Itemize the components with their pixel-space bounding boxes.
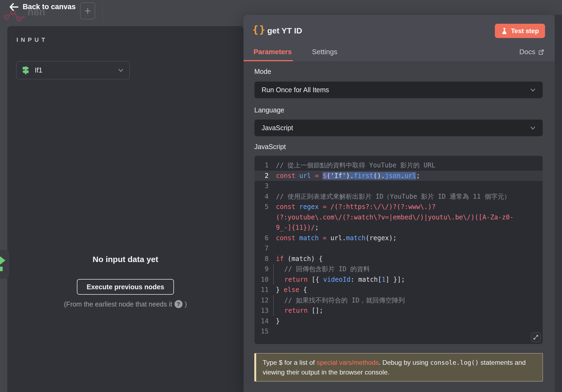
code-token: return [284, 276, 308, 283]
line-number: 1 [255, 160, 272, 171]
line-number: 10 [255, 274, 272, 285]
code-token: else [284, 286, 299, 294]
mode-dropdown-value: Run Once for All Items [262, 86, 329, 94]
code-token: url [299, 172, 311, 180]
no-input-data-title: No input data yet [7, 255, 244, 264]
code-token: ; [315, 224, 319, 231]
code-line[interactable]: 1// 從上一個節點的資料中取得 YouTube 影片的 URL [255, 160, 543, 171]
input-empty-state: No input data yet Execute previous nodes… [7, 255, 244, 308]
execute-previous-nodes-button[interactable]: Execute previous nodes [77, 279, 174, 295]
tab-parameters[interactable]: Parameters [253, 48, 292, 56]
docs-label: Docs [519, 48, 535, 56]
code-line[interactable]: (?:youtube\.com\/(?:watch\?v=|embed\/)|y… [255, 212, 543, 223]
code-line-text: // 如果找不到符合的 ID，就回傳空陣列 [272, 295, 543, 306]
back-to-canvas-label: Back to canvas [23, 3, 76, 11]
line-number: 8 [255, 254, 272, 264]
code-token: $ [323, 172, 326, 180]
code-token: videoId [323, 276, 351, 283]
line-number: 9 [255, 264, 272, 274]
code-line-text [272, 181, 543, 191]
code-line[interactable]: 12// 如果找不到符合的 ID，就回傳空陣列 [255, 295, 543, 306]
code-line[interactable]: 15 [255, 326, 543, 337]
code-line[interactable]: 14} [255, 316, 543, 326]
add-node-button[interactable]: + [80, 2, 95, 19]
code-token: // 從上一個節點的資料中取得 YouTube 影片的 URL [276, 161, 435, 169]
code-token: (regex); [365, 234, 397, 242]
plus-icon: + [84, 5, 91, 18]
code-token: /(?:https?:\/\/)?(?:www\.)? [330, 203, 436, 211]
code-line-text: const regex = /(?:https?:\/\/)?(?:www\.)… [272, 202, 543, 212]
code-line[interactable]: 8if (match) { [255, 254, 543, 264]
if-signpost-icon [21, 66, 30, 75]
hint-text-segment: . Debug by using [379, 359, 430, 366]
line-number: 14 [255, 316, 272, 326]
expand-icon [533, 334, 539, 340]
code-braces-icon: {} [252, 24, 266, 36]
code-token [319, 203, 323, 211]
language-label: Language [254, 106, 284, 114]
input-panel: INPUT If1 No input data yet Execute prev… [7, 26, 244, 392]
code-line-text: const url = $('If').first().json.url; [272, 171, 543, 181]
code-line[interactable]: 9_-]{11})/; [255, 222, 543, 233]
docs-link[interactable]: Docs [519, 48, 544, 56]
code-token: } [276, 317, 280, 325]
code-token: match [299, 234, 319, 242]
line-number: 12 [255, 295, 272, 306]
code-line-text: // 回傳包含影片 ID 的資料 [272, 264, 543, 274]
code-token: [{ [308, 276, 323, 283]
backdrop-right [555, 15, 562, 392]
code-line[interactable]: 4// 使用正則表達式來解析出影片 ID（YouTube 影片 ID 通常為 1… [255, 191, 543, 202]
node-detail-panel: {} get YT ID Test step Parameters Settin… [244, 15, 555, 392]
code-token: ('If') [327, 172, 350, 180]
back-to-canvas-button[interactable]: Back to canvas [9, 3, 76, 11]
code-line[interactable]: 2const url = $('If').first().json.url; [255, 171, 543, 181]
code-line[interactable]: 3 [255, 181, 543, 191]
input-connector-handle[interactable] [0, 250, 9, 278]
language-dropdown-value: JavaScript [262, 124, 293, 132]
chevron-down-icon [529, 86, 537, 94]
code-token [327, 203, 330, 211]
mode-label: Mode [254, 68, 271, 75]
code-token: first [354, 172, 373, 180]
code-line[interactable]: 7 [255, 243, 543, 254]
code-line[interactable]: 13return []; [255, 305, 543, 316]
code-line[interactable]: 6const match = url.match(regex); [255, 233, 543, 243]
code-token: . [400, 172, 404, 180]
hint-text: Type $ for a list of special vars/method… [263, 359, 526, 376]
line-number: 6 [255, 233, 272, 243]
code-line-text: if (match) { [272, 254, 543, 264]
code-token [311, 172, 315, 180]
editor-hint-box: Type $ for a list of special vars/method… [254, 353, 543, 381]
code-line[interactable]: 9// 回傳包含影片 ID 的資料 [255, 264, 543, 274]
code-token: 1 [382, 276, 385, 283]
code-token: : match[ [351, 276, 382, 283]
code-token: (match) { [284, 255, 323, 263]
code-token: json [385, 172, 401, 180]
code-line[interactable]: 5const regex = /(?:https?:\/\/)?(?:www\.… [255, 202, 543, 212]
question-circle-icon[interactable]: ? [174, 300, 183, 308]
special-vars-link[interactable]: special vars/methods [317, 359, 379, 366]
line-number [255, 222, 272, 233]
code-token: ; [416, 172, 420, 180]
mode-dropdown[interactable]: Run Once for All Items [254, 81, 543, 98]
app-root: n8n Back to canvas + INPUT If1 [0, 0, 562, 392]
code-line[interactable]: 11} else { [255, 285, 543, 295]
line-number [255, 212, 272, 223]
input-node-selector[interactable]: If1 [16, 61, 130, 79]
code-line-text: const match = url.match(regex); [272, 233, 543, 243]
code-token: (). [373, 172, 385, 180]
node-title: get YT ID [267, 26, 302, 35]
tab-settings[interactable]: Settings [312, 48, 337, 56]
editor-expand-button[interactable] [531, 332, 541, 342]
code-token: = [323, 203, 326, 211]
code-line-text: return []; [272, 305, 543, 316]
code-token: url [405, 172, 416, 180]
code-token: ] }]; [386, 276, 405, 283]
chevron-down-icon [117, 67, 125, 74]
code-line[interactable]: 10return [{ videoId: match[1] }]; [255, 274, 543, 285]
code-line-text [272, 243, 543, 254]
test-step-button[interactable]: Test step [495, 24, 545, 38]
code-editor[interactable]: 1// 從上一個節點的資料中取得 YouTube 影片的 URL2const u… [254, 156, 543, 344]
code-token: . [350, 172, 354, 180]
language-dropdown[interactable]: JavaScript [254, 119, 543, 136]
